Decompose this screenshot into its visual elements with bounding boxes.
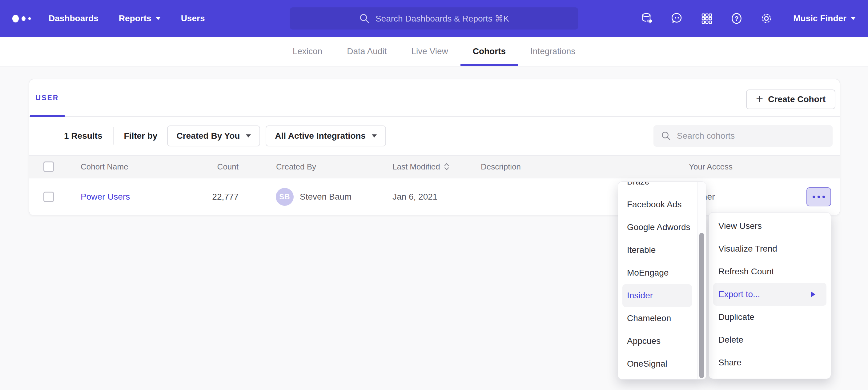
menu-item-refresh-count[interactable]: Refresh Count	[709, 260, 831, 283]
chevron-down-icon	[246, 134, 251, 137]
svg-text:?: ?	[735, 15, 739, 23]
avatar: SB	[276, 188, 293, 206]
divider	[113, 127, 114, 144]
nav-users[interactable]: Users	[181, 13, 205, 23]
export-submenu: Braze Facebook Ads Google Adwords Iterab…	[618, 182, 706, 380]
menu-item-share[interactable]: Share	[709, 351, 831, 374]
top-nav: Dashboards Reports Users Search Dashboar…	[0, 0, 868, 37]
cohort-name-link[interactable]: Power Users	[81, 192, 130, 202]
export-submenu-list: Braze Facebook Ads Google Adwords Iterab…	[618, 182, 706, 375]
menu-item-onesignal[interactable]: OneSignal	[618, 353, 706, 375]
dot-icon	[817, 196, 820, 198]
submenu-arrow-icon	[811, 292, 815, 297]
cohort-count: 22,777	[171, 192, 239, 202]
column-last-modified-label: Last Modified	[393, 162, 440, 172]
filter-integrations-value: All Active Integrations	[275, 131, 366, 141]
dot-icon	[813, 196, 815, 198]
project-name: Music Finder	[793, 13, 846, 23]
cohort-created-by: SB Steven Baum	[276, 188, 351, 206]
cohort-context-menu: View Users Visualize Trend Refresh Count…	[709, 212, 831, 379]
menu-item-appcues[interactable]: Appcues	[618, 330, 706, 353]
row-checkbox[interactable]	[43, 192, 54, 202]
column-your-access: Your Access	[689, 162, 733, 172]
nav-dashboards[interactable]: Dashboards	[49, 13, 98, 23]
primary-nav: Dashboards Reports Users	[49, 13, 205, 23]
nav-reports[interactable]: Reports	[119, 13, 161, 23]
nav-reports-label: Reports	[119, 13, 151, 23]
sort-icon	[444, 163, 450, 171]
filter-created-by-value: Created By You	[176, 131, 240, 141]
table-row: Power Users 22,777 SB Steven Baum Jan 6,…	[29, 178, 840, 215]
page-body: USER + Create Cohort 1 Results Filter by…	[0, 66, 868, 390]
search-icon	[661, 131, 671, 141]
context-menu-list: View Users Visualize Trend Refresh Count…	[709, 213, 831, 374]
global-search[interactable]: Search Dashboards & Reports ⌘K	[290, 7, 578, 30]
column-cohort-name: Cohort Name	[81, 162, 128, 172]
tab-cohorts[interactable]: Cohorts	[473, 37, 506, 66]
menu-item-braze[interactable]: Braze	[618, 182, 706, 193]
section-tabs: Lexicon Data Audit Live View Cohorts Int…	[0, 37, 868, 66]
create-cohort-label: Create Cohort	[768, 94, 826, 104]
filter-by-label: Filter by	[124, 131, 158, 141]
menu-item-view-users[interactable]: View Users	[709, 215, 831, 237]
menu-item-export-to[interactable]: Export to...	[713, 283, 827, 306]
menu-item-delete[interactable]: Delete	[709, 328, 831, 351]
global-search-placeholder: Search Dashboards & Reports ⌘K	[375, 13, 509, 24]
menu-item-insider[interactable]: Insider	[622, 284, 692, 307]
chevron-down-icon	[851, 17, 856, 20]
chevron-down-icon	[156, 17, 161, 20]
table-header: Cohort Name Count Created By Last Modifi…	[29, 155, 840, 178]
feedback-icon[interactable]	[670, 12, 684, 25]
tab-integrations[interactable]: Integrations	[530, 37, 575, 66]
help-icon[interactable]: ?	[730, 12, 743, 25]
filter-created-by-dropdown[interactable]: Created By You	[167, 126, 260, 147]
apps-grid-icon[interactable]	[700, 12, 713, 25]
cohorts-card: USER + Create Cohort 1 Results Filter by…	[29, 79, 840, 215]
menu-item-iterable[interactable]: Iterable	[618, 239, 706, 261]
tab-live-view[interactable]: Live View	[411, 37, 448, 66]
filter-integrations-dropdown[interactable]: All Active Integrations	[266, 126, 386, 147]
tab-data-audit[interactable]: Data Audit	[347, 37, 386, 66]
tab-user-label: USER	[36, 94, 59, 102]
results-count: 1 Results	[64, 131, 102, 141]
cohort-search[interactable]	[653, 125, 833, 147]
menu-item-visualize-trend[interactable]: Visualize Trend	[709, 237, 831, 260]
nav-utilities: ? Music Finder	[640, 12, 856, 25]
cohort-search-input[interactable]	[677, 131, 825, 141]
scrollbar-thumb[interactable]	[699, 233, 704, 378]
settings-gear-icon[interactable]	[760, 12, 773, 25]
column-count: Count	[171, 162, 239, 172]
cohorts-card-header: USER + Create Cohort	[29, 79, 840, 117]
export-to-label: Export to...	[718, 289, 760, 299]
project-switcher[interactable]: Music Finder	[793, 13, 856, 23]
create-cohort-button[interactable]: + Create Cohort	[746, 90, 835, 109]
column-last-modified[interactable]: Last Modified	[393, 162, 450, 172]
filter-row: 1 Results Filter by Created By You All A…	[29, 117, 840, 155]
dot-icon	[823, 196, 825, 198]
column-created-by: Created By	[276, 162, 316, 172]
select-all-checkbox[interactable]	[43, 161, 54, 172]
tab-lexicon[interactable]: Lexicon	[293, 37, 322, 66]
mixpanel-logo-icon[interactable]	[12, 15, 31, 23]
menu-item-facebook-ads[interactable]: Facebook Ads	[618, 193, 706, 216]
menu-item-duplicate[interactable]: Duplicate	[709, 306, 831, 328]
menu-item-chameleon[interactable]: Chameleon	[618, 307, 706, 330]
screen: Dashboards Reports Users Search Dashboar…	[0, 0, 868, 390]
tab-user-cohorts[interactable]: USER	[30, 79, 65, 116]
chevron-down-icon	[372, 134, 377, 137]
column-description: Description	[481, 162, 521, 172]
scrollbar-track	[697, 182, 706, 379]
search-icon	[359, 13, 370, 24]
row-more-actions-button[interactable]	[806, 187, 831, 206]
menu-item-moengage[interactable]: MoEngage	[618, 261, 706, 284]
cohort-last-modified: Jan 6, 2021	[393, 192, 437, 202]
created-by-name: Steven Baum	[300, 192, 351, 202]
menu-item-google-adwords[interactable]: Google Adwords	[618, 216, 706, 239]
data-management-icon[interactable]	[640, 12, 654, 25]
